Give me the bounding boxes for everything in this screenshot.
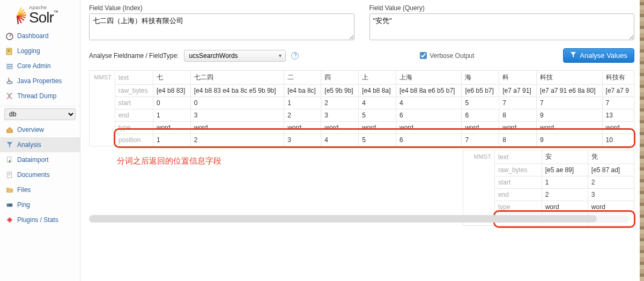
cell: 8 [499,134,537,146]
row-key-end: end [494,189,542,201]
nav-item-logging[interactable]: Logging [0,43,80,58]
cell: 七二四 [190,71,284,85]
cell: 凭 [588,150,634,164]
table-row-raw_bytes: raw_bytes[e4 b8 83][e4 b8 83 e4 ba 8c e5… [90,85,634,97]
row-key-text: text [115,71,153,85]
table-row-type: typewordwordwordwordwordwordwordwordword… [90,122,634,134]
table-row-text: MMSTtext安凭 [463,150,634,164]
cell: 13 [602,109,634,122]
logo-solr: Solr™ [29,10,58,25]
main-content: Field Value (Index) Field Value (Query) … [80,0,644,281]
cell: 上海 [396,71,461,85]
cell: 9 [537,134,602,146]
row-key-start: start [115,97,153,109]
row-key-text: text [494,150,542,164]
cell: 七 [153,71,190,85]
cell: [e5 ae 89] [542,164,588,176]
table-row-position: position12345678910 [90,134,634,146]
cell: 四 [321,71,359,85]
cell: [e4 b8 83 e4 ba 8c e5 9b 9b] [190,85,284,97]
core-nav-item-dataimport[interactable]: Dataimport [0,152,80,167]
query-analysis-table: MMSTtext安凭raw_bytes[e5 ae 89][e5 87 ad]s… [463,150,634,226]
core-nav-item-ping[interactable]: Ping [0,197,80,212]
cell: 2 [321,97,359,109]
cell: 4 [396,97,461,109]
dataimport-icon [5,156,14,164]
table-row-start: start0012445777 [90,97,634,109]
help-icon[interactable]: ? [291,52,299,60]
core-nav-item-files[interactable]: Files [0,182,80,197]
nav-item-threaddump[interactable]: Thread Dump [0,88,80,103]
cell: word [499,122,537,134]
cell: 9 [537,109,602,122]
documents-icon [5,171,14,179]
cell: 5 [359,109,396,122]
cell: 7 [537,97,602,109]
cell: word [153,122,190,134]
verbose-output-toggle[interactable]: Verbose Output [420,52,474,60]
cell: word [396,122,461,134]
cell: 科技有 [602,71,634,85]
cell: 1 [284,97,321,109]
cell: word [542,201,588,213]
cell: 1 [153,134,190,146]
svg-rect-1 [6,48,12,55]
cell: 0 [153,97,190,109]
cell: 10 [602,134,634,146]
verbose-output-label: Verbose Output [430,52,474,60]
cell: 2 [284,109,321,122]
core-selector[interactable]: db [4,108,76,120]
cell: [e4 b8 8a e6 b5 b7] [396,85,461,97]
nav-item-javaprops[interactable]: Java Properties [0,73,80,88]
funnel-icon [570,51,576,60]
field-value-query-input[interactable] [369,13,635,40]
cell: word [462,122,499,134]
nav-item-dashboard[interactable]: Dashboard [0,28,80,43]
cell: 3 [588,189,634,201]
cell: word [602,122,634,134]
dashboard-icon [5,32,14,40]
cell: 3 [284,134,321,146]
verbose-output-checkbox[interactable] [420,52,427,59]
files-icon [5,186,14,194]
fieldtype-dropdown[interactable]: ucsSearchWords [184,50,286,62]
cell: 7 [602,97,634,109]
cell: 科 [499,71,537,85]
row-key-type: type [115,122,153,134]
cell: word [537,122,602,134]
svg-rect-2 [6,64,13,65]
analyse-fieldname-label: Analyse Fieldname / FieldType: [89,52,179,60]
core-nav-item-overview[interactable]: Overview [0,122,80,137]
cell: [e5 9b 9b] [321,85,359,97]
logging-icon [5,47,14,55]
svg-point-9 [8,205,9,206]
cell: 4 [359,97,396,109]
nav-item-coreadmin[interactable]: Core Admin [0,58,80,73]
coreadmin-icon [5,62,14,70]
row-key-end: end [115,109,153,122]
cell: 8 [499,109,537,122]
core-nav-item-analysis[interactable]: Analysis [0,137,80,152]
cell: 2 [588,176,634,189]
core-select-input[interactable]: db [4,108,76,120]
core-nav-item-plugins[interactable]: Plugins / Stats [0,212,80,227]
analyse-values-button[interactable]: Analyse Values [563,48,634,63]
analysis-results: MMSTtext七七二四二四上上海海科科技科技有raw_bytes[e4 b8 … [89,70,634,226]
javaprops-icon [5,77,14,85]
logo: Apache Solr™ [0,0,80,28]
analysis-icon [5,140,14,149]
ping-icon [5,201,14,209]
field-value-index-input[interactable] [89,13,354,40]
table-row-end: end13235668913 [90,109,634,122]
cell: 2 [190,134,284,146]
cell: [e7 a7 91] [499,85,537,97]
scrollbar-thumb[interactable] [89,215,597,223]
core-nav-item-documents[interactable]: Documents [0,167,80,182]
cell: word [359,122,396,134]
cell: [e4 b8 8a] [359,85,396,97]
cell: 6 [462,109,499,122]
horizontal-scrollbar[interactable] [89,215,629,223]
cell: [e5 87 ad] [588,164,634,176]
cell: 0 [190,97,284,109]
sidebar: Apache Solr™ DashboardLoggingCore AdminJ… [0,0,80,281]
